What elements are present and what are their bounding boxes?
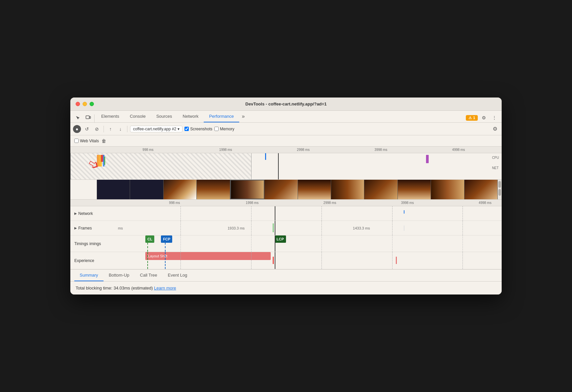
timings-label: Timings [74, 241, 88, 246]
ruler-mark-4998: 4998 ms [452, 148, 465, 152]
cursor-line-exp [275, 252, 275, 269]
more-options-icon[interactable]: ⋮ [490, 113, 499, 122]
timeline-cursor [278, 153, 279, 179]
frame-bar-3 [404, 226, 404, 231]
screenshot-thumb-1 [130, 180, 163, 199]
frames-track-content: ms 1933.3 ms 1433.3 ms [110, 221, 502, 235]
cursor-line-timings [275, 235, 275, 252]
overview-graph: ➩ CPU NET [70, 153, 502, 180]
clear-recordings-button[interactable]: 🗑 [102, 138, 106, 144]
memory-toggle[interactable]: Memory [214, 127, 234, 131]
exp-cl-line [147, 252, 148, 269]
screenshot-thumb-9 [398, 180, 431, 199]
cpu-label: CPU [492, 156, 499, 160]
web-vitals-bar: Web Vitals 🗑 [70, 135, 502, 147]
overview-labels: CPU NET [492, 156, 499, 170]
screenshot-thumb-10 [431, 180, 464, 199]
settings-icon[interactable]: ⚙ [479, 113, 488, 122]
network-track-content [110, 206, 502, 221]
ruler-mark-998: 998 ms [143, 148, 154, 152]
tab-console[interactable]: Console [124, 110, 151, 122]
timings-dashed-5 [463, 235, 463, 252]
ruler-mark-3998: 3998 ms [375, 148, 387, 152]
close-button[interactable] [76, 102, 80, 106]
frames-track-label: ▶ Frames [70, 226, 110, 230]
web-vitals-checkbox[interactable] [74, 139, 79, 143]
screenshots-checkbox[interactable] [184, 127, 189, 131]
tracks-ruler: 998 ms 1998 ms 2998 ms 3998 ms 4998 ms [70, 200, 502, 206]
performance-toolbar: ● ↺ ⊘ ↑ ↓ coffee-cart.netlify.app #2 ▾ S… [70, 123, 502, 135]
timing-badge-fcp: FCP [161, 235, 172, 243]
network-track-label: ▶ Network [70, 211, 110, 216]
screenshot-strip [70, 180, 502, 200]
tab-summary[interactable]: Summary [74, 269, 104, 281]
status-bar: Total blocking time: 34.03ms (estimated)… [70, 281, 502, 294]
svg-rect-1 [90, 116, 91, 118]
tracks-ruler-1998: 1998 ms [246, 201, 258, 205]
screenshot-scrollbar[interactable] [498, 180, 502, 199]
layout-shift-end [273, 257, 274, 264]
screenshots-label: Screenshots [190, 127, 212, 131]
screenshot-label [70, 180, 97, 199]
tracks-ruler-4998: 4998 ms [479, 201, 491, 205]
svg-rect-0 [86, 116, 89, 119]
layout-shift-label: Layout Shift [148, 254, 167, 258]
learn-more-link[interactable]: Learn more [154, 286, 176, 291]
layout-shift-secondary [396, 257, 397, 264]
capture-settings-icon[interactable]: ⚙ [491, 125, 499, 133]
notification-badge[interactable]: ⚠ 1 [466, 115, 478, 121]
cursor-icon[interactable] [73, 113, 82, 122]
network-expand-arrow[interactable]: ▶ [74, 212, 77, 215]
overview-ruler: 998 ms 1998 ms 2998 ms 3998 ms 4998 ms [70, 147, 502, 153]
clear-button[interactable]: ⊘ [93, 125, 101, 133]
minimize-button[interactable] [83, 102, 87, 106]
tracks-ruler-2998: 2998 ms [323, 201, 336, 205]
device-toolbar-icon[interactable] [84, 113, 93, 122]
record-button[interactable]: ● [73, 125, 81, 133]
tracks-ruler-998: 998 ms [169, 201, 180, 205]
exp-dashed-1 [180, 252, 181, 269]
experience-track: Experience Layout Shift [70, 252, 502, 269]
screenshot-thumb-active [230, 180, 264, 199]
exp-fcp-line [165, 252, 166, 269]
timings-track-label: Timingsimings [70, 241, 110, 246]
screenshot-thumb-3 [197, 180, 230, 199]
tab-elements[interactable]: Elements [96, 110, 124, 122]
screenshot-thumb-0 [97, 180, 130, 199]
more-tabs-button[interactable]: » [239, 110, 248, 122]
devtools-window: DevTools - coffee-cart.netlify.app/?ad=1… [70, 98, 502, 294]
timings-label-rest: imings [90, 241, 101, 246]
tab-event-log[interactable]: Event Log [163, 269, 193, 281]
reload-record-button[interactable]: ↺ [83, 125, 91, 133]
web-vitals-label: Web Vitals [80, 139, 99, 143]
tab-network[interactable]: Network [178, 110, 204, 122]
exp-dashed-3 [322, 252, 322, 269]
ruler-mark-1998: 1998 ms [219, 148, 232, 152]
frames-expand-arrow[interactable]: ▶ [74, 226, 77, 230]
bottom-tab-bar: Summary Bottom-Up Call Tree Event Log [70, 269, 502, 281]
experience-track-content: Layout Shift [110, 252, 502, 269]
tracks-ruler-3998: 3998 ms [401, 201, 414, 205]
memory-checkbox[interactable] [214, 127, 219, 131]
web-vitals-toggle[interactable]: Web Vitals [74, 139, 99, 143]
tab-performance[interactable]: Performance [204, 110, 239, 122]
timings-track-content: CL FCP LCP [110, 235, 502, 252]
frames-dashed-1 [180, 221, 181, 235]
maximize-button[interactable] [90, 102, 94, 106]
tab-bottom-up[interactable]: Bottom-Up [104, 269, 135, 281]
timings-dashed-3 [322, 235, 322, 252]
screenshots-toggle[interactable]: Screenshots [184, 127, 212, 131]
network-bar-3 [404, 210, 404, 214]
profile-selector[interactable]: coffee-cart.netlify.app #2 ▾ [130, 126, 182, 132]
frames-ms-1933: 1933.3 ms [228, 226, 245, 230]
titlebar: DevTools - coffee-cart.netlify.app/?ad=1 [70, 98, 502, 111]
cursor-line-network [275, 206, 275, 221]
timing-badge-cl: CL [145, 235, 154, 243]
upload-button[interactable]: ↑ [107, 125, 114, 133]
download-button[interactable]: ↓ [116, 125, 124, 133]
tab-sources[interactable]: Sources [151, 110, 178, 122]
timings-dashed-1 [180, 235, 181, 252]
frames-label: Frames [78, 226, 92, 230]
tab-call-tree[interactable]: Call Tree [135, 269, 163, 281]
dashed-line-2 [251, 206, 251, 221]
